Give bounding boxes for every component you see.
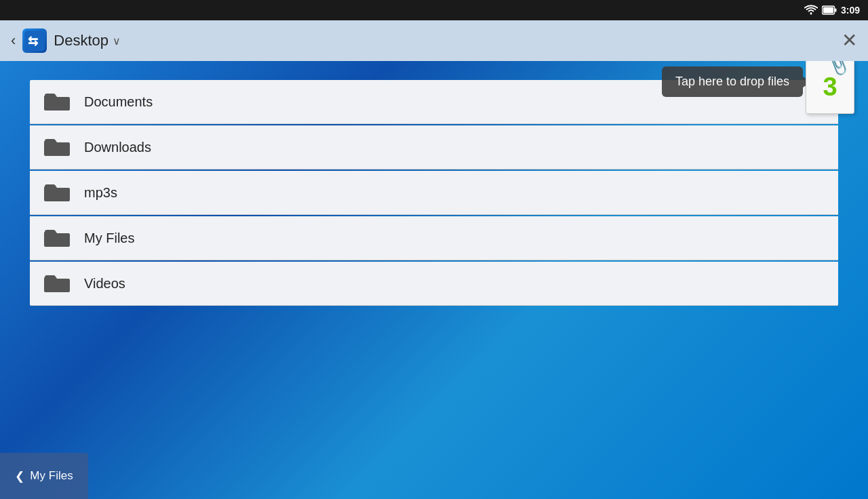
- svg-point-0: [810, 13, 812, 15]
- svg-rect-3: [835, 9, 837, 12]
- file-row[interactable]: Videos: [30, 262, 838, 306]
- app-logo: ⇆: [22, 28, 47, 53]
- file-row[interactable]: mp3s: [30, 171, 838, 215]
- my-files-label: My Files: [30, 469, 73, 483]
- folder-icon: [43, 227, 71, 249]
- drop-badge[interactable]: 📎 3: [806, 60, 854, 114]
- file-name: Downloads: [84, 140, 151, 155]
- file-name: mp3s: [84, 185, 117, 201]
- folder-icon: [43, 91, 71, 113]
- status-bar: 3:09: [0, 0, 868, 20]
- app-header: ‹ ⇆ Desktop ∨ ✕: [0, 20, 868, 61]
- back-button[interactable]: ‹: [11, 32, 16, 49]
- close-button[interactable]: ✕: [842, 31, 857, 50]
- file-list: Documents Downloads mp3s My Files Videos: [30, 80, 838, 307]
- drop-zone-area[interactable]: Tap here to drop files 📎 3: [662, 60, 854, 114]
- folder-icon: [43, 182, 71, 203]
- file-row[interactable]: My Files: [30, 216, 838, 260]
- folder-icon: [43, 273, 71, 294]
- my-files-chevron-icon: ❮: [15, 469, 24, 483]
- svg-rect-2: [823, 7, 833, 14]
- my-files-button[interactable]: ❮ My Files: [0, 453, 88, 499]
- drop-badge-count: 3: [823, 73, 837, 102]
- drop-tooltip[interactable]: Tap here to drop files: [662, 66, 803, 97]
- clock: 3:09: [841, 5, 860, 16]
- file-name: Videos: [84, 276, 125, 292]
- drop-badge-paper: 📎 3: [806, 60, 854, 114]
- folder-icon: [43, 136, 71, 158]
- battery-icon: [822, 5, 837, 15]
- file-row[interactable]: Downloads: [30, 125, 838, 169]
- dropdown-arrow-icon[interactable]: ∨: [113, 35, 121, 47]
- title-text: Desktop: [54, 32, 108, 49]
- wifi-icon: [804, 5, 818, 16]
- file-name: My Files: [84, 231, 134, 246]
- svg-text:⇆: ⇆: [28, 35, 38, 48]
- desktop-title: Desktop ∨: [54, 32, 121, 49]
- file-name: Documents: [84, 94, 153, 110]
